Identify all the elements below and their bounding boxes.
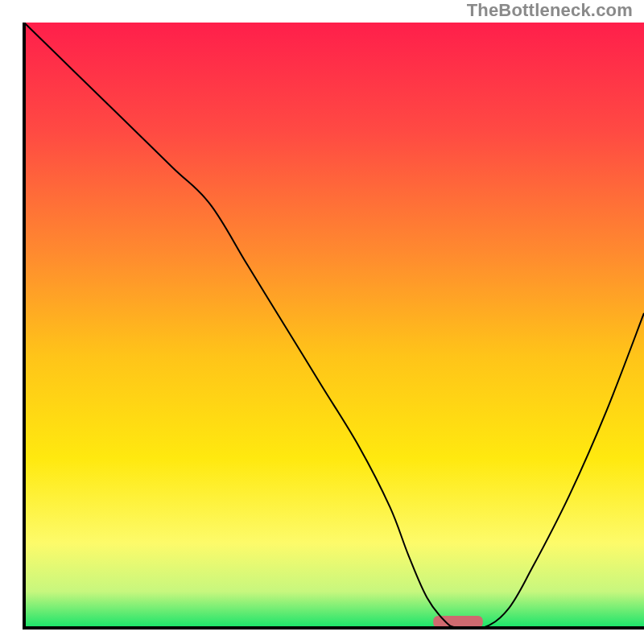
bottleneck-chart bbox=[0, 0, 644, 644]
chart-container: TheBottleneck.com bbox=[0, 0, 644, 644]
